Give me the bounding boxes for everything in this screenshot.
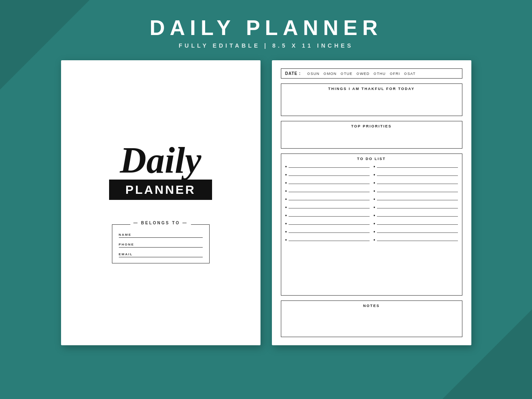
belongs-row-line-phone bbox=[119, 247, 203, 248]
priorities-section: TOP PRIORITIES bbox=[281, 121, 462, 149]
todo-line bbox=[377, 192, 458, 192]
todo-item: • bbox=[285, 164, 370, 169]
belongs-row-line-email bbox=[119, 257, 203, 257]
todo-bullet: • bbox=[374, 181, 375, 186]
fri-dot bbox=[390, 72, 392, 75]
todo-bullet: • bbox=[374, 238, 375, 243]
todo-item: • bbox=[374, 181, 458, 186]
todo-bullet: • bbox=[374, 189, 375, 194]
belongs-row-label-phone: PHONE bbox=[119, 243, 203, 246]
todo-item: • bbox=[374, 221, 458, 226]
todo-line bbox=[289, 232, 370, 233]
todo-item: • bbox=[374, 238, 458, 243]
belongs-row-email: EMAIL bbox=[119, 252, 203, 257]
thu-dot bbox=[374, 72, 376, 75]
todo-item: • bbox=[285, 230, 370, 235]
todo-bullet: • bbox=[285, 189, 287, 194]
todo-line bbox=[289, 224, 370, 225]
todo-line bbox=[289, 208, 370, 208]
day-fri: FRI bbox=[390, 72, 401, 76]
date-label: DATE : bbox=[285, 71, 301, 76]
todo-item: • bbox=[374, 230, 458, 235]
todo-bullet: • bbox=[374, 164, 375, 169]
todo-line bbox=[377, 175, 458, 176]
mon-dot bbox=[324, 72, 326, 75]
todo-item: • bbox=[285, 213, 370, 218]
todo-bullet: • bbox=[374, 173, 375, 178]
todo-item: • bbox=[285, 181, 370, 186]
todo-bullet: • bbox=[374, 230, 375, 235]
cover-planner-box: Planner bbox=[109, 180, 212, 200]
todo-item: • bbox=[374, 164, 458, 169]
day-sat: SAT bbox=[404, 72, 416, 76]
belongs-row-label-email: EMAIL bbox=[119, 252, 203, 256]
todo-bullet: • bbox=[374, 197, 375, 202]
date-row: DATE : SUN MON TUE WED THU FRI SAT bbox=[281, 68, 462, 79]
todo-bullet: • bbox=[285, 213, 287, 218]
priorities-title: TOP PRIORITIES bbox=[281, 121, 462, 130]
sun-dot bbox=[307, 72, 310, 75]
belongs-row-label-name: NAME bbox=[119, 233, 203, 237]
day-thu: THU bbox=[374, 72, 386, 76]
todo-bullet: • bbox=[374, 213, 375, 218]
todo-line bbox=[289, 241, 370, 241]
todo-line bbox=[377, 216, 458, 217]
todo-bullet: • bbox=[285, 238, 287, 243]
belongs-field: NAME PHONE EMAIL bbox=[119, 233, 203, 257]
thankful-section: THINGS I AM THAKFUL FOR TODAY bbox=[281, 83, 462, 116]
todo-line bbox=[377, 241, 458, 241]
todo-line bbox=[289, 184, 370, 184]
todo-section: TO DO LIST • • • • • • • • • • • • • bbox=[281, 153, 462, 296]
todo-bullet: • bbox=[285, 173, 287, 178]
todo-column-left: • • • • • • • • • • bbox=[285, 164, 370, 243]
day-sun: SUN bbox=[307, 72, 320, 76]
todo-bullet: • bbox=[285, 230, 287, 235]
day-wed: WED bbox=[357, 72, 370, 76]
todo-title: TO DO LIST bbox=[281, 154, 462, 163]
todo-line bbox=[289, 175, 370, 176]
todo-bullet: • bbox=[285, 164, 287, 169]
todo-line bbox=[289, 216, 370, 217]
todo-bullet: • bbox=[374, 205, 375, 210]
todo-columns: • • • • • • • • • • • • • • • • bbox=[281, 163, 462, 247]
page-cover: Daily Planner — BELONGS TO — NAME PHONE … bbox=[61, 60, 261, 345]
todo-item: • bbox=[374, 173, 458, 178]
todo-line bbox=[377, 208, 458, 208]
day-tue: TUE bbox=[341, 72, 352, 76]
header-subtitle: FULLY EDITABLE | 8.5 X 11 INCHES bbox=[0, 42, 532, 49]
todo-bullet: • bbox=[285, 205, 287, 210]
day-mon: MON bbox=[324, 72, 337, 76]
todo-item: • bbox=[285, 221, 370, 226]
belongs-to-label: — BELONGS TO — bbox=[130, 221, 191, 225]
header: DAILY PLANNER FULLY EDITABLE | 8.5 X 11 … bbox=[0, 0, 532, 60]
page-planner: DATE : SUN MON TUE WED THU FRI SAT THING… bbox=[272, 60, 471, 345]
belongs-to-section: — BELONGS TO — NAME PHONE EMAIL bbox=[112, 224, 210, 263]
todo-column-right: • • • • • • • • • • bbox=[374, 164, 458, 243]
tue-dot bbox=[341, 72, 343, 75]
todo-item: • bbox=[285, 238, 370, 243]
todo-item: • bbox=[285, 173, 370, 178]
todo-item: • bbox=[285, 189, 370, 194]
todo-item: • bbox=[374, 197, 458, 202]
todo-item: • bbox=[285, 197, 370, 202]
todo-line bbox=[289, 167, 370, 168]
todo-item: • bbox=[374, 205, 458, 210]
todo-line bbox=[377, 232, 458, 233]
todo-line bbox=[377, 224, 458, 225]
todo-bullet: • bbox=[285, 197, 287, 202]
notes-title: NOTES bbox=[281, 301, 462, 310]
belongs-row-phone: PHONE bbox=[119, 243, 203, 248]
todo-item: • bbox=[374, 213, 458, 218]
thankful-title: THINGS I AM THAKFUL FOR TODAY bbox=[281, 84, 462, 93]
header-title: DAILY PLANNER bbox=[0, 15, 532, 40]
day-options: SUN MON TUE WED THU FRI SAT bbox=[307, 72, 416, 76]
belongs-row-name: NAME bbox=[119, 233, 203, 238]
todo-item: • bbox=[285, 205, 370, 210]
todo-item: • bbox=[374, 189, 458, 194]
belongs-row-line-name bbox=[119, 237, 203, 238]
sat-dot bbox=[404, 72, 407, 75]
pages-container: Daily Planner — BELONGS TO — NAME PHONE … bbox=[0, 60, 532, 345]
todo-line bbox=[289, 200, 370, 200]
notes-section: NOTES bbox=[281, 300, 462, 337]
cover-daily-text: Daily bbox=[120, 142, 201, 179]
